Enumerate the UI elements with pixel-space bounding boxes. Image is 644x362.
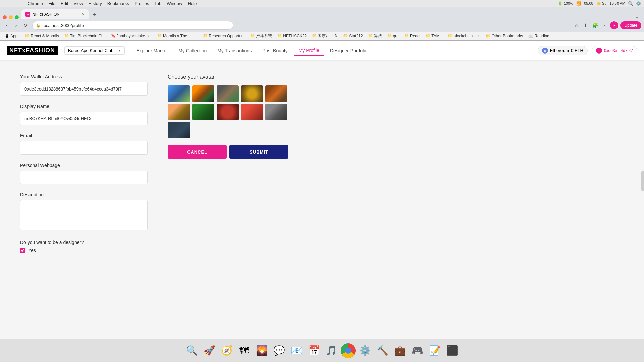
forward-button[interactable]: › <box>12 21 20 29</box>
wallet-address-badge[interactable]: 0xde3e...4d79f7 <box>592 46 637 55</box>
bookmark-flamboyant[interactable]: 🔖 flamboyant-lake-b... <box>109 33 154 39</box>
bookmark-moralis[interactable]: 📁 Moralis » The Ulti... <box>155 33 200 39</box>
avatar-option-9[interactable] <box>241 104 263 120</box>
avatar-option-3[interactable] <box>217 85 239 102</box>
bookmark-suanfa[interactable]: 📁 算法 <box>366 33 384 39</box>
app-logo[interactable]: NFTxFASHION <box>7 46 58 55</box>
nav-my-profile[interactable]: My Profile <box>294 46 324 56</box>
dock-calendar[interactable]: 📅 <box>306 343 322 359</box>
bookmark-react-moralis[interactable]: 📁 React & Moralis <box>23 33 61 39</box>
bookmark-tim[interactable]: 📁 Tim Blockchain Cl... <box>62 33 108 39</box>
nav-post-bounty[interactable]: Post Bounty <box>258 46 292 55</box>
minimize-window-button[interactable] <box>9 15 13 19</box>
avatar-option-11[interactable] <box>168 122 190 138</box>
bookmark-stat212[interactable]: 📁 Stat212 <box>341 33 365 39</box>
submit-button[interactable]: SUBMIT <box>229 145 288 159</box>
dock-discord[interactable]: 🎮 <box>409 343 425 359</box>
description-label: Description <box>20 192 148 197</box>
sidebar-handle[interactable] <box>641 171 644 191</box>
nav-explore-market[interactable]: Explore Market <box>131 46 172 55</box>
new-tab-button[interactable]: + <box>90 10 99 19</box>
bookmark-react[interactable]: 📁 React <box>402 33 422 39</box>
control-center-icon[interactable]: ⚙️ <box>636 1 641 6</box>
menu-file[interactable]: File <box>48 1 55 6</box>
dock-vscode[interactable]: 📝 <box>427 343 443 359</box>
bookmark-apps[interactable]: 📱 Apps <box>3 33 21 39</box>
bookmarks-star-icon[interactable]: ☆ <box>573 22 580 29</box>
bookmark-folder-icon: 📁 <box>25 34 30 38</box>
avatar-option-4[interactable] <box>241 85 263 102</box>
extensions-icon[interactable]: 🧩 <box>591 22 599 29</box>
dock-music[interactable]: 🎵 <box>323 343 339 359</box>
avatar-option-8[interactable] <box>217 104 239 120</box>
browser-tab[interactable]: N NFTxFASHION ✕ <box>21 9 89 19</box>
search-icon[interactable]: 🔍 <box>628 1 633 6</box>
fullscreen-window-button[interactable] <box>15 15 19 19</box>
update-button[interactable]: Update <box>620 21 641 29</box>
bookmark-folder-icon-2: 📁 <box>64 34 69 38</box>
menu-tab[interactable]: Tab <box>154 1 161 6</box>
avatar-option-10[interactable] <box>265 104 287 120</box>
dock-maps[interactable]: 🗺 <box>236 343 252 359</box>
avatar-option-2[interactable] <box>192 85 214 102</box>
avatar-option-7[interactable] <box>192 104 214 120</box>
dock-finder[interactable]: 🔍 <box>184 343 200 359</box>
bookmarks-bar: 📱 Apps 📁 React & Moralis 📁 Tim Blockchai… <box>0 32 644 40</box>
collection-selector[interactable]: Bored Ape Kennel Club ▼ <box>64 46 125 55</box>
dock-launchpad[interactable]: 🚀 <box>201 343 217 359</box>
reading-list-link[interactable]: 📖 Reading List <box>526 33 559 39</box>
menu-view[interactable]: View <box>73 1 83 6</box>
apple-icon[interactable]:  <box>3 1 5 7</box>
menu-bookmarks[interactable]: Bookmarks <box>107 1 129 6</box>
bookmark-tamu[interactable]: 📁 TAMU <box>424 33 444 39</box>
menu-chrome[interactable]: Chrome <box>28 1 43 6</box>
dock-chrome[interactable] <box>341 343 356 358</box>
nav-my-collection[interactable]: My Collection <box>174 46 211 55</box>
avatar-option-5[interactable] <box>265 85 287 102</box>
dock-terminal[interactable]: ⬛ <box>444 343 460 359</box>
tab-close-button[interactable]: ✕ <box>82 12 85 17</box>
display-name-input[interactable] <box>20 112 148 125</box>
menu-history[interactable]: History <box>88 1 102 6</box>
ethereum-badge[interactable]: Ξ Ethereum 0 ETH <box>538 46 588 55</box>
wallet-address-input[interactable] <box>20 82 148 96</box>
bookmark-nfthack[interactable]: 📁 NFTHACK22 <box>275 33 309 39</box>
collapse-tab-button[interactable]: ⌄ <box>635 15 639 19</box>
avatar-option-1[interactable] <box>168 85 190 102</box>
back-button[interactable]: ‹ <box>3 21 11 29</box>
dock-settings[interactable]: ⚙️ <box>357 343 373 359</box>
bookmark-research[interactable]: 📁 Research Opportu... <box>201 33 247 39</box>
menu-edit[interactable]: Edit <box>61 1 68 6</box>
collection-name: Bored Ape Kennel Club <box>68 48 113 53</box>
bookmark-gre[interactable]: 📁 gre <box>385 33 401 39</box>
close-window-button[interactable] <box>3 15 7 19</box>
dock-safari[interactable]: 🧭 <box>219 343 235 359</box>
dock-messages[interactable]: 💬 <box>271 343 287 359</box>
description-textarea[interactable] <box>20 200 148 230</box>
nav-designer-portfolio[interactable]: Designer Portfolio <box>325 46 372 55</box>
address-bar[interactable]: 🔒 localhost:3000/profile <box>32 21 233 30</box>
bookmark-tuijian[interactable]: 📁 推荐系统 <box>248 33 274 39</box>
other-bookmarks-link[interactable]: 📁 Other Bookmarks <box>484 33 525 39</box>
dock-xcode[interactable]: 🔨 <box>374 343 390 359</box>
designer-checkbox[interactable] <box>20 248 25 253</box>
email-input[interactable] <box>20 141 148 155</box>
dock-slack[interactable]: 💼 <box>392 343 408 359</box>
browser-profile-icon[interactable]: R <box>610 21 618 29</box>
bookmarks-overflow[interactable]: » <box>476 34 481 38</box>
menu-window[interactable]: Window <box>167 1 182 6</box>
url-text[interactable]: localhost:3000/profile <box>43 23 84 28</box>
downloads-icon[interactable]: ⬇ <box>582 22 589 29</box>
dock-mail[interactable]: 📧 <box>288 343 305 359</box>
personal-webpage-input[interactable] <box>20 171 148 184</box>
bookmark-lingdong[interactable]: 📁 零东西回圈 <box>310 33 340 39</box>
dock-photos[interactable]: 🌄 <box>254 343 270 359</box>
nav-my-transactions[interactable]: My Transactions <box>213 46 256 55</box>
menu-help[interactable]: Help <box>187 1 197 6</box>
chrome-menu-icon[interactable]: ⋮ <box>601 22 608 29</box>
menu-profiles[interactable]: Profiles <box>135 1 149 6</box>
cancel-button[interactable]: CANCEL <box>168 145 227 159</box>
avatar-option-6[interactable] <box>168 104 190 120</box>
reload-button[interactable]: ↻ <box>21 21 30 29</box>
bookmark-blockchain[interactable]: 📁 blockchain <box>446 33 475 39</box>
